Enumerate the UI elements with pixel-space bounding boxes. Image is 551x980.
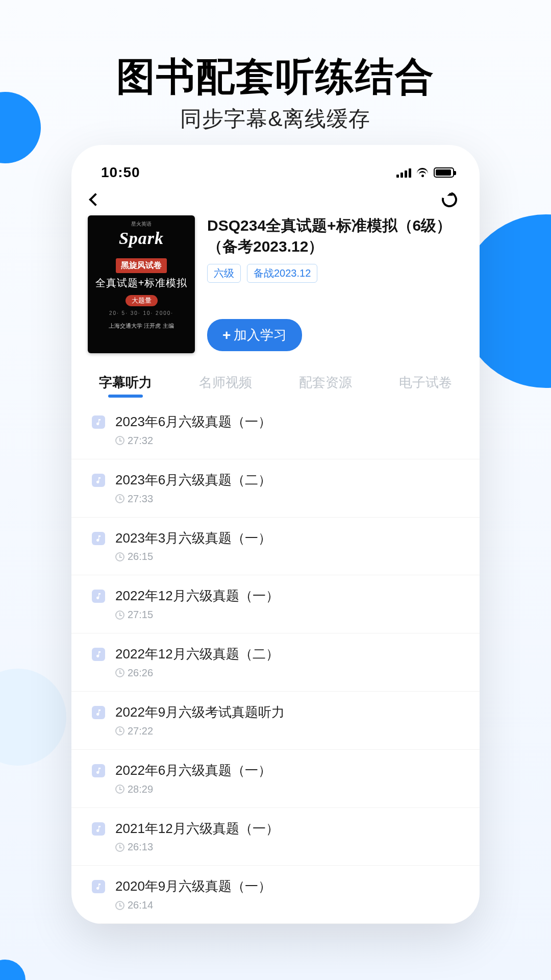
clock-icon <box>115 843 124 852</box>
audio-icon <box>92 648 105 661</box>
list-item[interactable]: 2022年9月六级考试真题听力27:22 <box>71 692 480 750</box>
tab-exam-paper[interactable]: 电子试卷 <box>397 369 454 401</box>
status-bar: 10:50 <box>87 159 464 184</box>
list-item[interactable]: 2023年3月六级真题（一）26:15 <box>71 518 480 576</box>
item-title: 2022年9月六级考试真题听力 <box>115 704 459 721</box>
cover-publisher: 上海交通大学 汪开虎 主编 <box>109 322 173 330</box>
list-item[interactable]: 2021年12月六级真题（一）26:13 <box>71 808 480 866</box>
item-duration: 26:15 <box>115 551 459 562</box>
clock-icon <box>115 494 124 503</box>
nav-bar <box>87 184 464 212</box>
book-header: 星火英语 Spark 黑旋风试卷 全真试题+标准模拟 大题量 20· 5· 30… <box>87 212 464 366</box>
audio-list[interactable]: 2023年6月六级真题（一）27:322023年6月六级真题（二）27:3320… <box>71 401 480 924</box>
join-label: 加入学习 <box>234 326 287 344</box>
cover-tag: 黑旋风试卷 <box>116 258 167 273</box>
tag-level[interactable]: 六级 <box>207 264 241 283</box>
list-item[interactable]: 2023年6月六级真题（一）27:32 <box>71 401 480 459</box>
tabs: 字幕听力 名师视频 配套资源 电子试卷 <box>71 366 480 401</box>
cover-brand: Spark <box>119 229 164 248</box>
back-icon[interactable] <box>89 193 102 206</box>
tag-exam[interactable]: 备战2023.12 <box>247 264 317 283</box>
audio-icon <box>92 590 105 603</box>
item-duration: 26:26 <box>115 667 459 679</box>
book-cover[interactable]: 星火英语 Spark 黑旋风试卷 全真试题+标准模拟 大题量 20· 5· 30… <box>88 215 195 353</box>
plus-icon: + <box>222 328 231 342</box>
audio-icon <box>92 822 105 836</box>
book-meta: DSQ234全真试题+标准模拟（6级）（备考2023.12） 六级 备战2023… <box>207 215 463 353</box>
decorative-circle <box>0 960 26 980</box>
audio-icon <box>92 706 105 719</box>
item-duration: 27:22 <box>115 725 459 737</box>
tab-subtitle-listening[interactable]: 字幕听力 <box>97 369 154 401</box>
clock-icon <box>115 436 124 445</box>
clock-icon <box>115 726 124 736</box>
clock-icon <box>115 552 124 561</box>
refresh-icon[interactable] <box>439 189 460 210</box>
phone-frame: 10:50 星火英语 Spark 黑旋风试卷 全真试题+标准模拟 大题量 20·… <box>71 145 480 924</box>
decorative-circle <box>0 669 66 766</box>
cover-main: 全真试题+标准模拟 <box>95 276 188 290</box>
signal-icon <box>396 167 411 178</box>
item-title: 2023年6月六级真题（一） <box>115 413 459 431</box>
list-item[interactable]: 2022年12月六级真题（二）26:26 <box>71 633 480 692</box>
tab-resources[interactable]: 配套资源 <box>297 369 354 401</box>
promo-title: 图书配套听练结合 <box>0 51 551 104</box>
join-study-button[interactable]: + 加入学习 <box>207 319 302 351</box>
clock-icon <box>115 668 124 677</box>
promo-subtitle: 同步字幕&离线缓存 <box>0 105 551 133</box>
clock-icon <box>115 610 124 620</box>
item-duration: 26:13 <box>115 841 459 853</box>
item-title: 2021年12月六级真题（一） <box>115 820 459 838</box>
item-title: 2022年12月六级真题（一） <box>115 587 459 605</box>
item-duration: 27:32 <box>115 435 459 447</box>
battery-icon <box>434 167 454 178</box>
item-duration: 27:33 <box>115 493 459 505</box>
status-time: 10:50 <box>101 164 140 181</box>
wifi-icon <box>416 168 429 177</box>
item-title: 2023年6月六级真题（二） <box>115 472 459 489</box>
item-duration: 28:29 <box>115 783 459 795</box>
list-item[interactable]: 2022年12月六级真题（一）27:15 <box>71 575 480 633</box>
audio-icon <box>92 532 105 545</box>
audio-icon <box>92 415 105 429</box>
item-duration: 27:15 <box>115 609 459 621</box>
item-title: 2023年3月六级真题（一） <box>115 530 459 547</box>
status-indicators <box>396 167 454 178</box>
book-title: DSQ234全真试题+标准模拟（6级）（备考2023.12） <box>207 215 463 257</box>
clock-icon <box>115 785 124 794</box>
list-item[interactable]: 2020年9月六级真题（一）26:14 <box>71 866 480 924</box>
cover-pill: 大题量 <box>126 295 158 306</box>
cover-dots: 20· 5· 30· 10· 2000· <box>109 310 173 316</box>
item-title: 2022年12月六级真题（二） <box>115 646 459 663</box>
audio-icon <box>92 764 105 777</box>
audio-icon <box>92 880 105 893</box>
tab-teacher-video[interactable]: 名师视频 <box>197 369 254 401</box>
item-duration: 26:14 <box>115 899 459 911</box>
item-title: 2020年9月六级真题（一） <box>115 878 459 895</box>
list-item[interactable]: 2023年6月六级真题（二）27:33 <box>71 459 480 518</box>
clock-icon <box>115 901 124 910</box>
tag-row: 六级 备战2023.12 <box>207 264 463 283</box>
audio-icon <box>92 474 105 487</box>
item-title: 2022年6月六级真题（一） <box>115 762 459 779</box>
list-item[interactable]: 2022年6月六级真题（一）28:29 <box>71 750 480 808</box>
